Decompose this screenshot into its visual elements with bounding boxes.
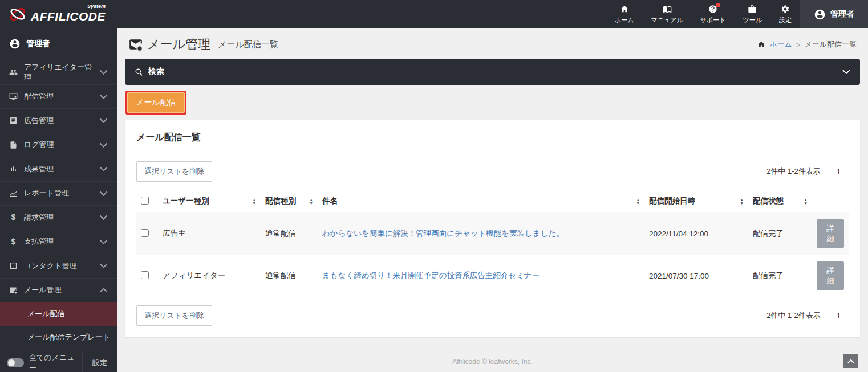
sidebar-item-contacts[interactable]: コンタクト管理	[0, 254, 117, 278]
mail-list-card: メール配信一覧 選択リストを削除 2件中 1-2件表示 1 ユーザー種別 配信種…	[125, 120, 860, 337]
breadcrumb-home-link[interactable]: ホーム	[769, 39, 792, 50]
subject-link[interactable]: わからないを簡単に解決！管理画面にチャット機能を実装しました。	[322, 229, 564, 238]
nav-home[interactable]: ホーム	[606, 0, 643, 28]
nav-home-label: ホーム	[615, 16, 634, 24]
sidebar-item-mail[interactable]: メール管理	[0, 278, 117, 302]
subject-link[interactable]: まもなく締め切り！来月開催予定の投資系広告主紹介セミナー	[322, 271, 540, 280]
chevron-down-icon	[99, 141, 108, 149]
pagination-page-1[interactable]: 1	[837, 312, 841, 320]
detail-button[interactable]: 詳細	[817, 261, 844, 290]
chevron-down-icon	[99, 261, 108, 270]
all-menu-toggle-row[interactable]: 全てのメニュー	[0, 353, 82, 372]
nav-support[interactable]: サポート	[692, 0, 735, 28]
sidebar-item-label: 支払管理	[24, 236, 54, 247]
card-title: メール配信一覧	[136, 129, 849, 153]
breadcrumb-separator: >	[796, 40, 801, 49]
sidebar-item-payments[interactable]: $ 支払管理	[0, 230, 117, 254]
chevron-down-icon	[99, 189, 108, 198]
sidebar-settings-button[interactable]: 設定	[82, 353, 117, 372]
line-chart-icon	[9, 189, 18, 198]
sidebar-subitem-label: メール配信	[27, 309, 65, 319]
select-all-checkbox[interactable]	[141, 197, 149, 205]
sidebar-item-label: 請求管理	[24, 212, 54, 223]
search-panel-header[interactable]: 検索	[125, 59, 860, 85]
mail-gear-icon	[9, 286, 18, 295]
all-menu-toggle[interactable]	[7, 358, 24, 367]
breadcrumb: ホーム > メール配信一覧	[757, 39, 857, 50]
scroll-to-top-button[interactable]	[843, 354, 858, 368]
detail-button[interactable]: 詳細	[817, 219, 844, 248]
chevron-down-icon	[99, 165, 108, 173]
column-header-actions	[812, 190, 849, 212]
sidebar-item-affiliates[interactable]: アフィリエイター管理	[0, 60, 117, 84]
sidebar: 管理者 アフィリエイター管理 配信管理 広告管理 ログ管理 成果管理	[0, 28, 117, 372]
sort-icon[interactable]	[804, 198, 808, 205]
nav-support-label: サポート	[700, 16, 726, 24]
mail-gear-icon	[128, 37, 143, 52]
pagination-top: 2件中 1-2件表示 1	[766, 166, 849, 177]
sidebar-item-label: レポート管理	[24, 188, 69, 198]
nav-settings[interactable]: 設定	[770, 0, 800, 28]
column-label: 配信開始日時	[649, 197, 695, 205]
delete-selected-button[interactable]: 選択リストを削除	[136, 161, 212, 182]
action-row: メール配信	[125, 92, 860, 113]
sidebar-subitem-mail-template[interactable]: メール配信テンプレート	[0, 326, 117, 350]
nav-tools-label: ツール	[743, 16, 762, 24]
user-avatar-icon	[9, 38, 21, 50]
footer-copyright: Affilicode © leafworks, Inc.	[117, 358, 868, 366]
app: System AFFILICODE ホーム マニュアル	[0, 0, 868, 372]
nav-manual-label: マニュアル	[651, 16, 683, 24]
column-header-status: 配信状態	[748, 190, 812, 212]
notification-dot	[716, 3, 720, 7]
cell-delivery-type: 通常配信	[261, 255, 318, 297]
pagination-page-1[interactable]: 1	[837, 167, 841, 176]
sidebar-item-logs[interactable]: ログ管理	[0, 133, 117, 157]
column-label: ユーザー種別	[163, 197, 209, 205]
search-panel-label: 検索	[148, 67, 164, 77]
nav-tools[interactable]: ツール	[734, 0, 770, 28]
sidebar-subitem-mail-delivery[interactable]: メール配信	[0, 302, 117, 326]
sidebar-subitem-label: メール配信テンプレート	[27, 332, 110, 342]
column-label: 配信種別	[265, 197, 296, 205]
tools-icon	[748, 5, 757, 14]
mail-send-button[interactable]: メール配信	[127, 92, 185, 113]
chevron-down-icon	[99, 116, 108, 125]
sort-icon[interactable]	[740, 198, 744, 205]
sidebar-item-label: ログ管理	[24, 140, 54, 150]
contact-icon	[9, 261, 18, 270]
nav-manual[interactable]: マニュアル	[642, 0, 691, 28]
sidebar-item-results[interactable]: 成果管理	[0, 157, 117, 181]
logo-swoosh-icon	[7, 5, 29, 24]
cell-user-type: アフィリエイター	[158, 255, 261, 297]
row-checkbox[interactable]	[141, 229, 149, 237]
row-checkbox[interactable]	[141, 271, 149, 279]
chevron-up-icon	[847, 359, 854, 363]
sidebar-item-delivery[interactable]: 配信管理	[0, 84, 117, 109]
breadcrumb-current: メール配信一覧	[804, 39, 857, 50]
top-header: System AFFILICODE ホーム マニュアル	[0, 0, 868, 28]
column-label: 件名	[322, 197, 338, 205]
brand-name: AFFILICODE	[31, 10, 106, 23]
brand-text: System AFFILICODE	[31, 5, 106, 23]
cell-start-datetime: 2021/07/30 17:00	[644, 255, 748, 297]
pagination-info: 2件中 1-2件表示	[766, 310, 821, 321]
sidebar-user[interactable]: 管理者	[0, 28, 117, 60]
sort-icon[interactable]	[253, 198, 256, 205]
support-icon	[708, 5, 717, 14]
list-toolbar-top: 選択リストを削除 2件中 1-2件表示 1	[136, 161, 849, 182]
cell-delivery-type: 通常配信	[261, 212, 318, 255]
header-user-menu[interactable]: 管理者	[800, 0, 868, 28]
sort-icon[interactable]	[636, 198, 640, 205]
chevron-down-icon	[99, 238, 108, 246]
brand-logo[interactable]: System AFFILICODE	[0, 0, 117, 28]
pagination-info: 2件中 1-2件表示	[766, 166, 821, 177]
sidebar-item-billing[interactable]: $ 請求管理	[0, 205, 117, 230]
sort-icon[interactable]	[310, 198, 313, 205]
home-icon	[620, 5, 629, 14]
column-label: 配信状態	[753, 197, 784, 205]
pagination-bottom: 2件中 1-2件表示 1	[766, 310, 849, 321]
delete-selected-button[interactable]: 選択リストを削除	[136, 305, 212, 326]
sidebar-item-reports[interactable]: レポート管理	[0, 181, 117, 206]
chevron-down-icon	[842, 70, 850, 74]
sidebar-item-ads[interactable]: 広告管理	[0, 108, 117, 133]
